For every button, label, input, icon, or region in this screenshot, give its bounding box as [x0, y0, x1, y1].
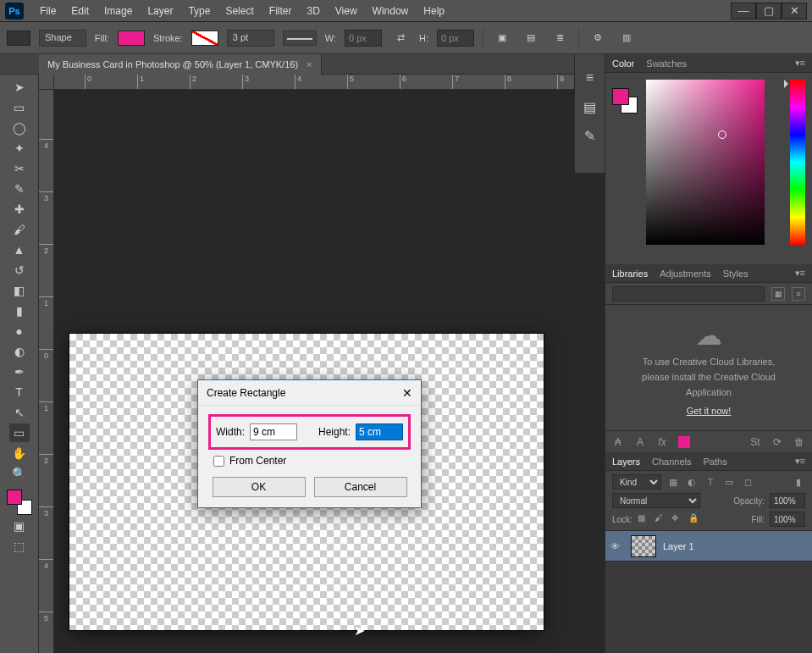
history-panel-icon[interactable]: ≡ — [581, 71, 599, 85]
cancel-button[interactable]: Cancel — [314, 477, 407, 497]
lock-position-icon[interactable]: ✥ — [671, 513, 683, 525]
menu-view[interactable]: View — [328, 5, 365, 17]
close-button[interactable]: ✕ — [782, 3, 807, 19]
dialog-titlebar[interactable]: Create Rectangle ✕ — [198, 380, 421, 406]
menu-image[interactable]: Image — [97, 5, 140, 17]
from-center-checkbox[interactable] — [213, 456, 224, 467]
color-field[interactable] — [646, 80, 765, 245]
panel-menu-icon[interactable]: ▾≡ — [795, 268, 805, 279]
lock-transparency-icon[interactable]: ▦ — [638, 513, 649, 525]
screen-mode-icon[interactable]: ⬚ — [9, 537, 30, 556]
history-brush-tool-icon[interactable]: ↺ — [9, 261, 30, 279]
tab-libraries[interactable]: Libraries — [612, 268, 648, 279]
vertical-ruler[interactable]: 4 3 2 1 0 1 2 3 4 5 6 — [39, 90, 54, 653]
grid-view-icon[interactable]: ▦ — [771, 287, 785, 301]
height-field[interactable] — [437, 30, 474, 47]
trash-icon[interactable]: 🗑 — [793, 436, 805, 448]
brush-tool-icon[interactable]: 🖌 — [9, 220, 30, 239]
tab-paths[interactable]: Paths — [704, 457, 727, 467]
move-tool-icon[interactable]: ➤ — [9, 78, 30, 97]
library-dropdown[interactable] — [612, 286, 765, 302]
visibility-eye-icon[interactable]: 👁 — [610, 541, 624, 551]
close-icon[interactable]: ✕ — [402, 386, 412, 400]
dodge-tool-icon[interactable]: ◐ — [9, 342, 30, 361]
rectangle-tool-icon[interactable]: ▭ — [9, 423, 30, 442]
menu-layer[interactable]: Layer — [140, 5, 180, 17]
get-it-now-link[interactable]: Get it now! — [687, 406, 732, 416]
fill-field[interactable] — [770, 512, 805, 527]
blend-mode-select[interactable]: Normal — [612, 493, 700, 508]
tab-color[interactable]: Color — [612, 58, 634, 69]
library-color-swatch[interactable] — [678, 436, 690, 448]
zoom-tool-icon[interactable]: 🔍 — [9, 464, 30, 483]
document-tab[interactable]: My Business Card in Photoshop @ 50% (Lay… — [39, 54, 322, 75]
panel-menu-icon[interactable]: ▾≡ — [795, 456, 805, 467]
character-style-icon[interactable]: ₳ — [612, 436, 624, 448]
panel-menu-icon[interactable]: ▾≡ — [795, 58, 805, 69]
filter-type-icon[interactable]: T — [704, 475, 717, 489]
layer-filter-kind[interactable]: Kind — [612, 474, 661, 490]
layer-style-icon[interactable]: fx — [656, 436, 668, 448]
lasso-tool-icon[interactable]: ◯ — [9, 119, 30, 137]
blur-tool-icon[interactable]: ● — [9, 322, 30, 340]
stroke-style-select[interactable] — [283, 30, 317, 46]
menu-select[interactable]: Select — [218, 5, 261, 17]
pen-tool-icon[interactable]: ✒ — [9, 362, 30, 381]
path-alignment-icon[interactable]: ▤ — [521, 29, 541, 47]
fill-color-swatch[interactable] — [118, 30, 145, 46]
menu-help[interactable]: Help — [416, 5, 452, 17]
list-view-icon[interactable]: ≡ — [792, 287, 805, 301]
clone-stamp-tool-icon[interactable]: ▲ — [9, 241, 30, 259]
color-picker-handle[interactable] — [718, 130, 726, 139]
magic-wand-tool-icon[interactable]: ✦ — [9, 139, 30, 158]
filter-adjustment-icon[interactable]: ◐ — [685, 475, 699, 489]
height-input[interactable] — [356, 423, 403, 440]
libraries-stock-icon[interactable]: St — [749, 436, 761, 448]
stroke-color-swatch[interactable] — [191, 30, 218, 46]
gear-icon[interactable]: ⚙ — [588, 29, 608, 47]
layer-row[interactable]: 👁 Layer 1 — [605, 531, 812, 562]
path-selection-tool-icon[interactable]: ↖ — [9, 403, 30, 422]
layer-name[interactable]: Layer 1 — [663, 541, 694, 551]
eyedropper-tool-icon[interactable]: ✎ — [9, 180, 30, 198]
eraser-tool-icon[interactable]: ◧ — [9, 281, 30, 300]
filter-toggle-icon[interactable]: ▮ — [792, 475, 805, 489]
crop-tool-icon[interactable]: ✂ — [9, 159, 30, 178]
healing-brush-tool-icon[interactable]: ✚ — [9, 200, 30, 219]
path-arrangement-icon[interactable]: ≣ — [550, 29, 570, 47]
quick-mask-icon[interactable]: ▣ — [9, 517, 30, 535]
menu-file[interactable]: File — [32, 5, 64, 17]
marquee-tool-icon[interactable]: ▭ — [9, 98, 30, 117]
tab-swatches[interactable]: Swatches — [646, 58, 687, 69]
opacity-field[interactable] — [770, 493, 805, 508]
maximize-button[interactable]: ▢ — [756, 3, 782, 19]
stroke-weight-field[interactable]: 3 pt — [227, 30, 274, 47]
align-edges-icon[interactable]: ▥ — [616, 29, 637, 47]
foreground-color-swatch[interactable] — [7, 490, 22, 505]
filter-shape-icon[interactable]: ▭ — [722, 475, 736, 489]
filter-smart-icon[interactable]: ◻ — [741, 475, 754, 489]
info-panel-icon[interactable]: ✎ — [581, 129, 599, 142]
filter-pixel-icon[interactable]: ▦ — [666, 475, 680, 489]
mini-swatches[interactable] — [612, 88, 638, 113]
ok-button[interactable]: OK — [213, 477, 306, 497]
color-swatches[interactable] — [7, 490, 32, 515]
menu-window[interactable]: Window — [365, 5, 417, 17]
hand-tool-icon[interactable]: ✋ — [9, 444, 30, 462]
tool-mode-select[interactable]: Shape — [39, 30, 86, 47]
tab-channels[interactable]: Channels — [652, 457, 691, 467]
path-operations-icon[interactable]: ▣ — [492, 29, 512, 47]
width-input[interactable] — [250, 423, 297, 440]
menu-edit[interactable]: Edit — [64, 5, 97, 17]
lock-pixels-icon[interactable]: 🖌 — [655, 513, 666, 525]
menu-type[interactable]: Type — [180, 5, 218, 17]
layer-thumbnail[interactable] — [631, 535, 656, 557]
mini-foreground-swatch[interactable] — [612, 88, 629, 105]
width-field[interactable] — [345, 30, 382, 47]
tool-preset-picker[interactable] — [7, 30, 30, 46]
close-tab-icon[interactable]: × — [307, 59, 312, 69]
type-tool-icon[interactable]: T — [9, 383, 30, 401]
minimize-button[interactable]: — — [731, 3, 756, 19]
properties-panel-icon[interactable]: ▤ — [581, 100, 599, 113]
ruler-origin[interactable] — [39, 75, 54, 90]
